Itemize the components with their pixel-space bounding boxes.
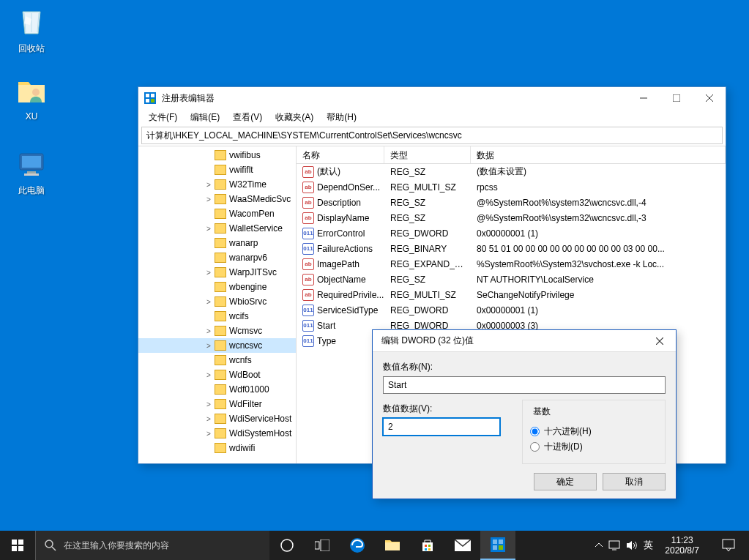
value-name: RequiredPrivile... (317, 290, 384, 300)
desktop-icon-user-folder[interactable]: XU (4, 73, 59, 122)
value-data: %SystemRoot%\System32\svchost.exe -k Loc… (471, 259, 726, 269)
ok-button[interactable]: 确定 (534, 473, 597, 490)
tree-node[interactable]: wcifs (138, 309, 296, 324)
value-data: SeChangeNotifyPrivilege (471, 290, 726, 300)
value-data: @%SystemRoot%\system32\wcncsvc.dll,-3 (471, 213, 726, 223)
start-button[interactable] (0, 531, 35, 560)
cortana-icon[interactable] (269, 531, 305, 560)
svg-rect-8 (146, 99, 149, 102)
tree-node[interactable]: vwifibus (138, 148, 296, 163)
expand-icon[interactable]: > (204, 181, 213, 189)
expand-icon[interactable]: > (204, 430, 213, 438)
tree-node[interactable]: vwififlt (138, 163, 296, 177)
desktop-icon-this-pc[interactable]: 此电脑 (4, 146, 59, 197)
expand-icon[interactable]: > (204, 195, 213, 204)
expand-icon[interactable]: > (204, 269, 213, 277)
file-explorer-icon[interactable] (375, 531, 410, 560)
expand-icon[interactable]: > (204, 342, 213, 350)
menu-view[interactable]: 查看(V) (227, 110, 268, 125)
tree-node[interactable]: >WdiServiceHost (138, 411, 296, 426)
tree-node[interactable]: WacomPen (138, 206, 296, 221)
close-button[interactable] (693, 88, 726, 109)
tree-view[interactable]: vwifibusvwififlt>W32Time>WaaSMedicSvcWac… (138, 146, 297, 463)
tree-node[interactable]: >W32Time (138, 177, 296, 192)
tree-node[interactable]: wbengine (138, 280, 296, 294)
value-data-input[interactable] (383, 418, 500, 436)
list-row[interactable]: 011ErrorControlREG_DWORD0x00000001 (1) (297, 225, 726, 241)
tree-node[interactable]: >WdBoot (138, 367, 296, 382)
maximize-button[interactable] (660, 88, 693, 109)
tree-node[interactable]: >wcncsvc (138, 338, 296, 353)
tree-node[interactable]: >Wcmsvc (138, 324, 296, 338)
tree-node[interactable]: >WarpJITSvc (138, 265, 296, 280)
col-data[interactable]: 数据 (471, 146, 726, 163)
tree-node[interactable]: wanarp (138, 236, 296, 250)
volume-icon[interactable] (626, 540, 638, 550)
dialog-titlebar[interactable]: 编辑 DWORD (32 位)值 (373, 330, 676, 352)
mail-icon[interactable] (445, 531, 480, 560)
menu-help[interactable]: 帮助(H) (321, 110, 362, 125)
search-box[interactable]: 在这里输入你要搜索的内容 (35, 531, 269, 560)
value-name-input[interactable] (383, 376, 666, 394)
tree-node[interactable]: wdiwifi (138, 441, 296, 455)
list-row[interactable]: abObjectNameREG_SZNT AUTHORITY\LocalServ… (297, 272, 726, 287)
menu-favorites[interactable]: 收藏夹(A) (269, 110, 319, 125)
list-row[interactable]: ab(默认)REG_SZ(数值未设置) (297, 164, 726, 179)
radio-dec[interactable]: 十进制(D) (530, 441, 657, 453)
tree-node[interactable]: wcnfs (138, 353, 296, 367)
list-row[interactable]: abDependOnSer...REG_MULTI_SZrpcss (297, 179, 726, 195)
titlebar[interactable]: 注册表编辑器 (138, 87, 726, 109)
radio-dec-input[interactable] (530, 442, 540, 452)
col-type[interactable]: 类型 (384, 146, 471, 163)
tray-chevron-icon[interactable] (595, 542, 603, 549)
ime-indicator[interactable]: 英 (644, 539, 653, 552)
folder-icon (215, 223, 226, 234)
expand-icon[interactable]: > (204, 298, 213, 306)
minimize-button[interactable] (627, 88, 660, 109)
svg-rect-7 (151, 94, 154, 97)
expand-icon[interactable]: > (204, 327, 213, 335)
expand-icon[interactable]: > (204, 400, 213, 408)
address-bar[interactable]: 计算机\HKEY_LOCAL_MACHINE\SYSTEM\CurrentCon… (141, 127, 723, 144)
expand-icon[interactable]: > (204, 415, 213, 423)
value-name: Start (317, 321, 335, 331)
list-header[interactable]: 名称 类型 数据 (297, 146, 726, 164)
menu-edit[interactable]: 编辑(E) (185, 110, 226, 125)
expand-icon[interactable]: > (204, 225, 213, 233)
clock[interactable]: 11:23 2020/8/7 (659, 535, 705, 556)
list-row[interactable]: abRequiredPrivile...REG_MULTI_SZSeChange… (297, 287, 726, 302)
list-row[interactable]: 011ServiceSidTypeREG_DWORD0x00000001 (1) (297, 302, 726, 318)
svg-rect-11 (12, 540, 17, 545)
list-row[interactable]: 011FailureActionsREG_BINARY80 51 01 00 0… (297, 241, 726, 256)
task-view-icon[interactable] (305, 531, 340, 560)
menu-file[interactable]: 文件(F) (143, 110, 183, 125)
radio-hex-input[interactable] (530, 427, 540, 436)
list-row[interactable]: abDescriptionREG_SZ@%SystemRoot%\system3… (297, 195, 726, 210)
value-icon: ab (302, 274, 314, 285)
tree-node[interactable]: >WalletService (138, 221, 296, 236)
tree-node[interactable]: >WaaSMedicSvc (138, 192, 296, 206)
folder-icon (215, 267, 226, 277)
store-icon[interactable] (410, 531, 445, 560)
radio-hex[interactable]: 十六进制(H) (530, 425, 657, 438)
folder-icon (215, 370, 226, 380)
edge-icon[interactable] (340, 531, 375, 560)
tree-node[interactable]: Wdf01000 (138, 382, 296, 397)
network-icon[interactable] (608, 540, 620, 550)
expand-icon[interactable]: > (204, 371, 213, 379)
tree-node[interactable]: >WdFilter (138, 397, 296, 411)
col-name[interactable]: 名称 (297, 146, 384, 163)
tree-node[interactable]: wanarpv6 (138, 250, 296, 265)
list-row[interactable]: abDisplayNameREG_SZ@%SystemRoot%\system3… (297, 210, 726, 225)
regedit-taskbar-icon[interactable] (480, 531, 515, 560)
desktop-icon-recycle-bin[interactable]: 回收站 (4, 4, 59, 55)
list-row[interactable]: abImagePathREG_EXPAND_SZ%SystemRoot%\Sys… (297, 256, 726, 272)
cancel-button[interactable]: 取消 (603, 473, 666, 490)
notification-icon[interactable] (711, 531, 746, 560)
system-tray: 英 11:23 2020/8/7 (595, 531, 749, 560)
tree-node[interactable]: >WdiSystemHost (138, 426, 296, 441)
value-name: Description (317, 198, 361, 208)
tree-node[interactable]: >WbioSrvc (138, 294, 296, 309)
svg-rect-2 (22, 156, 41, 168)
dialog-close-button[interactable] (643, 330, 676, 351)
